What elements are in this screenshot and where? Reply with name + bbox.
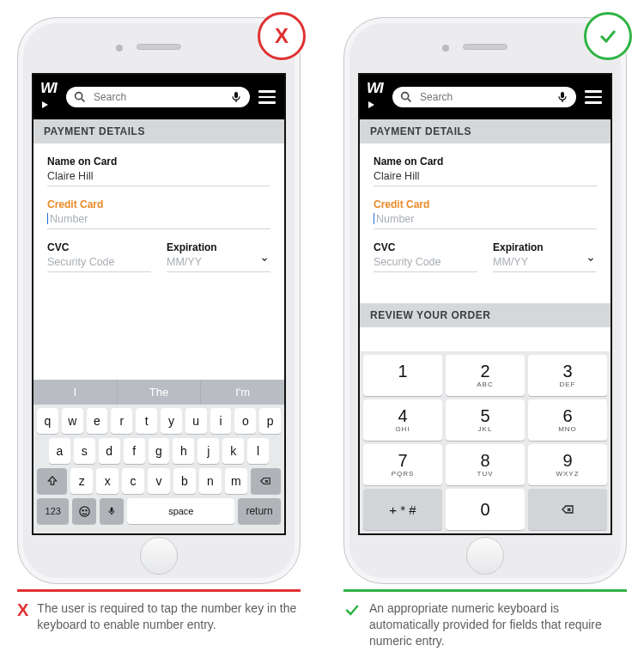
field-credit-card[interactable]: Credit Card Number [47,198,270,229]
numpad-key-8[interactable]: 8TUV [446,444,525,485]
search-input[interactable] [418,90,550,104]
numpad-symbols-key[interactable]: + * # [363,489,442,530]
numpad-key-0[interactable]: 0 [446,489,525,530]
key-m[interactable]: m [225,468,247,494]
key-u[interactable]: u [185,408,207,434]
numpad-key-3[interactable]: 3DEF [528,355,607,396]
numbers-key[interactable]: 123 [37,498,69,524]
svg-rect-13 [561,92,564,98]
menu-button[interactable] [257,90,277,104]
exp-placeholder: MM/YY [493,256,597,268]
search-field[interactable] [66,87,250,107]
payment-form: Name on Card Claire Hill Credit Card Num… [33,143,284,293]
key-y[interactable]: y [161,408,182,434]
name-value: Claire Hill [374,170,597,182]
key-i[interactable]: i [210,408,232,434]
numpad-key-7[interactable]: 7PQRS [363,444,442,485]
badge-bad-icon: X [258,12,306,60]
cvc-placeholder: Security Code [47,256,151,268]
key-c[interactable]: c [122,468,144,494]
key-h[interactable]: h [173,438,194,464]
emoji-key[interactable] [72,498,96,524]
svg-point-6 [80,506,89,515]
numeric-keypad: 1 2ABC3DEF4GHI5JKL6MNO7PQRS8TUV9WXYZ+ * … [360,351,611,533]
suggestion[interactable]: The [118,380,202,405]
key-k[interactable]: k [222,438,244,464]
underline-bad [17,589,301,592]
field-name-on-card[interactable]: Name on Card Claire Hill [374,155,597,186]
field-name-on-card[interactable]: Name on Card Claire Hill [47,155,270,186]
field-expiration[interactable]: Expiration MM/YY [167,241,270,272]
key-o[interactable]: o [234,408,256,434]
name-label: Name on Card [374,155,597,168]
numpad-key-1[interactable]: 1 [363,355,442,396]
space-key[interactable]: space [127,498,234,524]
numpad-key-6[interactable]: 6MNO [528,399,607,441]
return-key[interactable]: return [238,498,281,524]
field-cvc[interactable]: CVC Security Code [374,241,477,272]
svg-point-7 [82,509,83,510]
key-g[interactable]: g [149,438,170,464]
key-x[interactable]: x [96,468,118,494]
suggestion[interactable]: I [33,380,118,405]
underline-good [343,589,627,592]
key-s[interactable]: s [74,438,95,464]
menu-button[interactable] [583,90,604,104]
key-t[interactable]: t [136,408,157,434]
check-icon [598,26,618,46]
key-n[interactable]: n [199,468,222,494]
home-button[interactable] [466,537,504,575]
numpad-key-2[interactable]: 2ABC [446,355,525,396]
key-f[interactable]: f [124,438,145,464]
mic-icon[interactable] [556,90,569,104]
card-label: Credit Card [374,198,597,210]
field-credit-card[interactable]: Credit Card Number [374,198,597,229]
key-j[interactable]: j [197,438,219,464]
suggestion[interactable]: I'm [201,380,284,405]
badge-good-icon [584,12,632,60]
numpad-key-9[interactable]: 9WXYZ [528,444,607,485]
x-icon: X [17,601,28,618]
search-input[interactable] [92,90,224,104]
key-l[interactable]: l [247,438,269,464]
caption-good-text: An appropriate numeric keyboard is autom… [369,600,627,649]
card-label: Credit Card [47,198,270,210]
key-v[interactable]: v [148,468,170,494]
search-icon [399,90,413,104]
key-r[interactable]: r [111,408,132,434]
svg-point-11 [402,93,409,100]
example-bad: X WI [17,17,301,584]
app-bar: WI [360,75,611,119]
search-field[interactable] [392,87,576,107]
caption-bad-text: The user is required to tap the number k… [37,600,301,633]
exp-label: Expiration [167,241,270,253]
phone-speaker [463,44,507,50]
key-d[interactable]: d [99,438,120,464]
key-z[interactable]: z [70,468,93,494]
key-a[interactable]: a [49,438,70,464]
field-expiration[interactable]: Expiration MM/YY [493,241,597,272]
phone-frame: WI PAYMENT DETAILS Name [17,17,301,584]
qwerty-keyboard: I The I'm qwertyuiop asdfghjkl zxcvbnm [33,380,284,533]
key-w[interactable]: w [62,408,83,434]
phone-speaker [137,44,181,50]
key-b[interactable]: b [173,468,196,494]
phone-camera [116,45,123,52]
field-cvc[interactable]: CVC Security Code [47,241,151,272]
check-icon [343,601,361,621]
numpad-key-4[interactable]: 4GHI [363,399,442,441]
svg-line-1 [82,99,84,101]
dictation-key[interactable] [100,498,124,524]
key-q[interactable]: q [37,408,58,434]
home-button[interactable] [140,537,178,575]
shift-key[interactable] [37,468,67,494]
key-e[interactable]: e [87,408,108,434]
key-p[interactable]: p [259,408,281,434]
mic-icon[interactable] [229,90,243,104]
svg-rect-2 [234,92,238,98]
numpad-backspace-key[interactable] [528,489,607,530]
name-label: Name on Card [47,155,270,168]
numpad-key-5[interactable]: 5JKL [446,399,525,441]
backspace-key[interactable] [251,468,281,494]
text-caret [47,213,48,224]
